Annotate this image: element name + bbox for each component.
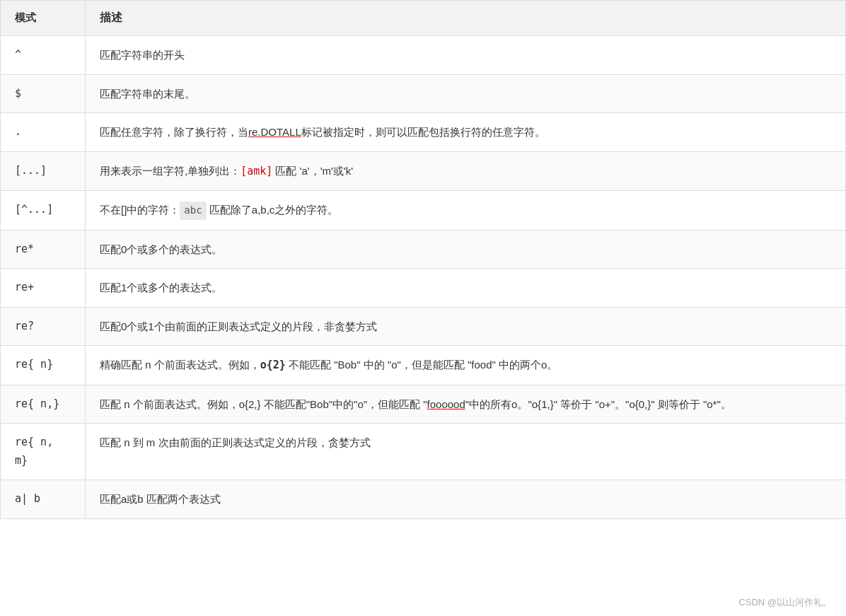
table-header-row: 模式 描述	[1, 1, 846, 36]
dotall-text: re.DOTALL	[248, 126, 301, 138]
cell-desc: 匹配0个或多个的表达式。	[86, 230, 846, 269]
table-row: ^匹配字符串的开头	[1, 36, 846, 75]
cell-pattern: ^	[1, 36, 86, 75]
table-row: re*匹配0个或多个的表达式。	[1, 230, 846, 269]
table-row: .匹配任意字符，除了换行符，当re.DOTALL标记被指定时，则可以匹配包括换行…	[1, 113, 846, 152]
cell-pattern: $	[1, 74, 86, 113]
cell-desc: 匹配1个或多个的表达式。	[86, 269, 846, 308]
abc-code: abc	[180, 202, 206, 220]
cell-desc: 匹配a或b 匹配两个表达式	[86, 480, 846, 519]
page-container: 模式 描述 ^匹配字符串的开头$匹配字符串的末尾。.匹配任意字符，除了换行符，当…	[0, 0, 846, 616]
cell-pattern: re?	[1, 307, 86, 346]
table-row: $匹配字符串的末尾。	[1, 74, 846, 113]
cell-pattern: a| b	[1, 480, 86, 519]
cell-pattern: [^...]	[1, 191, 86, 231]
cell-desc: 匹配任意字符，除了换行符，当re.DOTALL标记被指定时，则可以匹配包括换行符…	[86, 113, 846, 152]
table-row: re?匹配0个或1个由前面的正则表达式定义的片段，非贪婪方式	[1, 307, 846, 346]
cell-pattern: re{ n}	[1, 346, 86, 385]
regex-table: 模式 描述 ^匹配字符串的开头$匹配字符串的末尾。.匹配任意字符，除了换行符，当…	[0, 0, 846, 519]
table-row: [...]用来表示一组字符,单独列出：[amk] 匹配 'a'，'m'或'k'	[1, 151, 846, 191]
cell-desc: 匹配字符串的末尾。	[86, 74, 846, 113]
cell-desc: 匹配 n 个前面表达式。例如，o{2,} 不能匹配"Bob"中的"o"，但能匹配…	[86, 385, 846, 424]
foooood-text: foooood	[427, 398, 465, 410]
cell-pattern: re+	[1, 269, 86, 308]
table-row: re{ n, m}匹配 n 到 m 次由前面的正则表达式定义的片段，贪婪方式	[1, 424, 846, 480]
cell-pattern: re{ n,}	[1, 385, 86, 424]
table-row: re{ n}精确匹配 n 个前面表达式。例如，o{2} 不能匹配 "Bob" 中…	[1, 346, 846, 385]
table-row: re+匹配1个或多个的表达式。	[1, 269, 846, 308]
cell-desc: 匹配字符串的开头	[86, 36, 846, 75]
header-desc: 描述	[86, 1, 846, 36]
cell-pattern: re*	[1, 230, 86, 269]
header-pattern: 模式	[1, 1, 86, 36]
o2-code: o{2}	[260, 359, 286, 371]
cell-desc: 匹配 n 到 m 次由前面的正则表达式定义的片段，贪婪方式	[86, 424, 846, 480]
cell-desc: 用来表示一组字符,单独列出：[amk] 匹配 'a'，'m'或'k'	[86, 151, 846, 191]
amk-code: [amk]	[241, 165, 272, 178]
cell-desc: 不在[]中的字符：abc 匹配除了a,b,c之外的字符。	[86, 191, 846, 231]
table-row: [^...]不在[]中的字符：abc 匹配除了a,b,c之外的字符。	[1, 191, 846, 231]
cell-desc: 精确匹配 n 个前面表达式。例如，o{2} 不能匹配 "Bob" 中的 "o"，…	[86, 346, 846, 385]
cell-desc: 匹配0个或1个由前面的正则表达式定义的片段，非贪婪方式	[86, 307, 846, 346]
cell-pattern: [...]	[1, 151, 86, 191]
cell-pattern: re{ n, m}	[1, 424, 86, 480]
table-row: re{ n,}匹配 n 个前面表达式。例如，o{2,} 不能匹配"Bob"中的"…	[1, 385, 846, 424]
table-row: a| b匹配a或b 匹配两个表达式	[1, 480, 846, 519]
watermark: CSDN @以山河作礼。	[738, 596, 832, 609]
cell-pattern: .	[1, 113, 86, 152]
